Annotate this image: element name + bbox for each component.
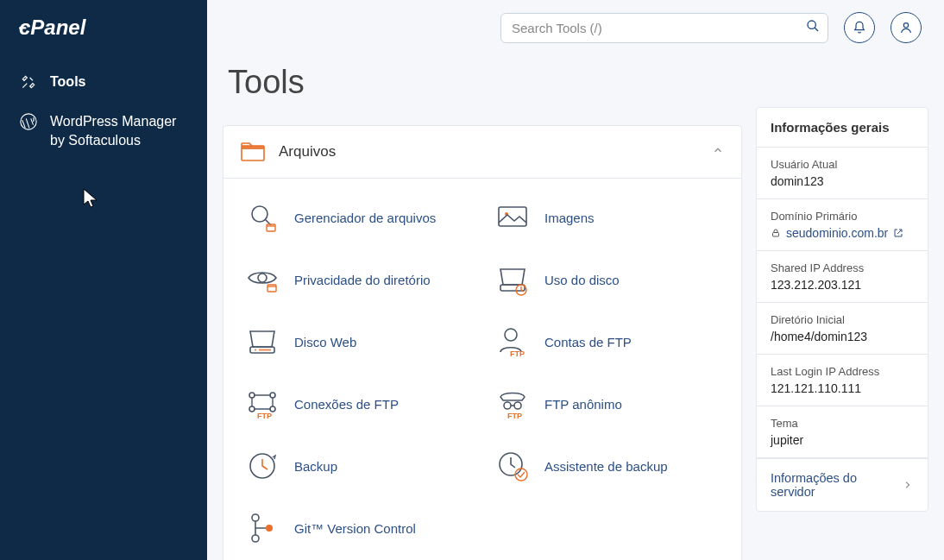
main: Tools Arquivos Gerenciador de arquivos <box>207 0 944 560</box>
privacy-icon <box>244 261 280 298</box>
svg-point-4 <box>903 23 908 28</box>
topbar <box>207 0 944 55</box>
svg-rect-12 <box>267 285 276 292</box>
info-label: Domínio Primário <box>771 210 914 223</box>
info-label: Shared IP Address <box>771 261 914 274</box>
panel-files-header[interactable]: Arquivos <box>223 126 741 178</box>
domain-link: seudominio.com.br <box>786 226 888 240</box>
sidebar-item-label: WordPress Manager by Softaculous <box>50 112 188 151</box>
tool-web-disk[interactable]: Disco Web <box>241 315 474 368</box>
svg-point-16 <box>255 349 256 351</box>
wordpress-icon <box>19 112 38 131</box>
tool-label: Privacidade do diretório <box>294 273 431 287</box>
tools-icon <box>19 72 38 91</box>
tool-disk-usage[interactable]: Uso do disco <box>491 253 724 306</box>
ftp-accounts-icon: FTP <box>494 324 531 360</box>
info-label: Usuário Atual <box>771 158 914 171</box>
info-label: Last Login IP Address <box>771 365 914 378</box>
info-value: jupiter <box>771 433 914 447</box>
user-icon <box>899 21 913 35</box>
search-icon[interactable] <box>806 19 820 36</box>
ftp-connections-icon: FTP <box>244 386 280 422</box>
svg-point-25 <box>504 402 511 409</box>
tool-backup-wizard[interactable]: Assistente de backup <box>491 439 724 493</box>
info-last-login: Last Login IP Address 121.121.110.111 <box>757 355 928 406</box>
tool-backup[interactable]: Backup <box>241 439 474 493</box>
tool-label: Gerenciador de arquivos <box>294 211 436 225</box>
svg-text:FTP: FTP <box>507 412 522 420</box>
panel-files-body: Gerenciador de arquivos Imagens Privacid… <box>223 178 741 560</box>
svg-text:cPanel: cPanel <box>19 16 87 39</box>
panel-files: Arquivos Gerenciador de arquivos Imagens <box>223 125 742 560</box>
svg-point-33 <box>266 525 273 532</box>
info-panel: Informações gerais Usuário Atual domin12… <box>756 107 928 512</box>
svg-point-21 <box>270 393 275 398</box>
tool-file-manager[interactable]: Gerenciador de arquivos <box>241 191 474 244</box>
svg-point-18 <box>505 329 517 341</box>
svg-rect-6 <box>242 146 264 149</box>
cpanel-logo[interactable]: cPanel <box>0 16 207 62</box>
ftp-anonymous-icon: FTP <box>494 386 531 422</box>
svg-text:FTP: FTP <box>257 412 272 420</box>
svg-point-30 <box>515 469 527 481</box>
info-theme: Tema jupiter <box>757 406 928 458</box>
tool-label: Imagens <box>544 211 595 225</box>
tool-git[interactable]: Git™ Version Control <box>241 501 474 555</box>
user-button[interactable] <box>891 12 922 43</box>
backup-icon <box>244 448 280 484</box>
right-column: Informações gerais Usuário Atual domin12… <box>756 107 928 544</box>
file-manager-icon <box>244 199 280 236</box>
svg-point-11 <box>258 274 267 282</box>
svg-rect-1 <box>19 27 26 28</box>
svg-point-32 <box>252 535 259 542</box>
tool-label: Assistente de backup <box>544 459 668 474</box>
info-value: 123.212.203.121 <box>771 278 914 292</box>
search-container <box>500 13 828 43</box>
git-icon <box>244 510 280 546</box>
info-home-dir: Diretório Inicial /home4/domin123 <box>757 303 928 355</box>
svg-text:FTP: FTP <box>510 349 525 358</box>
svg-rect-9 <box>499 207 526 226</box>
panel-title: Arquivos <box>279 143 698 160</box>
svg-point-20 <box>249 393 255 398</box>
tool-ftp-connections[interactable]: FTP Conexões de FTP <box>241 377 474 431</box>
info-title: Informações gerais <box>757 108 928 148</box>
disk-usage-icon <box>494 261 531 298</box>
sidebar-item-label: Tools <box>50 72 188 91</box>
backup-wizard-icon <box>494 448 531 484</box>
link-label: Informações do servidor <box>771 471 902 499</box>
info-value: domin123 <box>771 174 914 188</box>
images-icon <box>494 199 531 236</box>
info-current-user: Usuário Atual domin123 <box>757 148 928 199</box>
svg-point-31 <box>252 514 259 521</box>
tool-directory-privacy[interactable]: Privacidade do diretório <box>241 253 474 306</box>
info-shared-ip: Shared IP Address 123.212.203.121 <box>757 251 928 303</box>
chevron-up-icon <box>712 144 724 160</box>
info-value: 121.121.110.111 <box>771 381 914 395</box>
info-primary-domain: Domínio Primário seudominio.com.br <box>757 199 928 251</box>
sidebar: cPanel Tools WordPress Manager by Softac… <box>0 0 207 560</box>
sidebar-item-wordpress[interactable]: WordPress Manager by Softaculous <box>0 102 207 161</box>
page-title: Tools <box>223 55 742 110</box>
sidebar-item-tools[interactable]: Tools <box>0 62 207 102</box>
web-disk-icon <box>244 324 280 360</box>
notifications-button[interactable] <box>844 12 875 43</box>
svg-point-3 <box>808 21 815 28</box>
info-value[interactable]: seudominio.com.br <box>771 226 914 240</box>
tool-ftp-anonymous[interactable]: FTP FTP anônimo <box>491 377 724 431</box>
tool-ftp-accounts[interactable]: FTP Contas de FTP <box>491 315 724 368</box>
tool-label: FTP anônimo <box>544 397 622 412</box>
bell-icon <box>853 21 866 35</box>
chevron-right-icon <box>902 479 914 491</box>
search-input[interactable] <box>500 13 828 43</box>
svg-point-22 <box>249 406 255 412</box>
svg-rect-8 <box>267 224 275 231</box>
info-label: Diretório Inicial <box>771 313 914 326</box>
server-info-link[interactable]: Informações do servidor <box>757 458 928 511</box>
tool-label: Git™ Version Control <box>294 521 416 536</box>
left-column: Tools Arquivos Gerenciador de arquivos <box>223 55 742 544</box>
content: Tools Arquivos Gerenciador de arquivos <box>207 55 944 560</box>
tool-label: Disco Web <box>294 335 356 349</box>
tool-images[interactable]: Imagens <box>491 191 724 244</box>
info-value: /home4/domin123 <box>771 330 914 343</box>
